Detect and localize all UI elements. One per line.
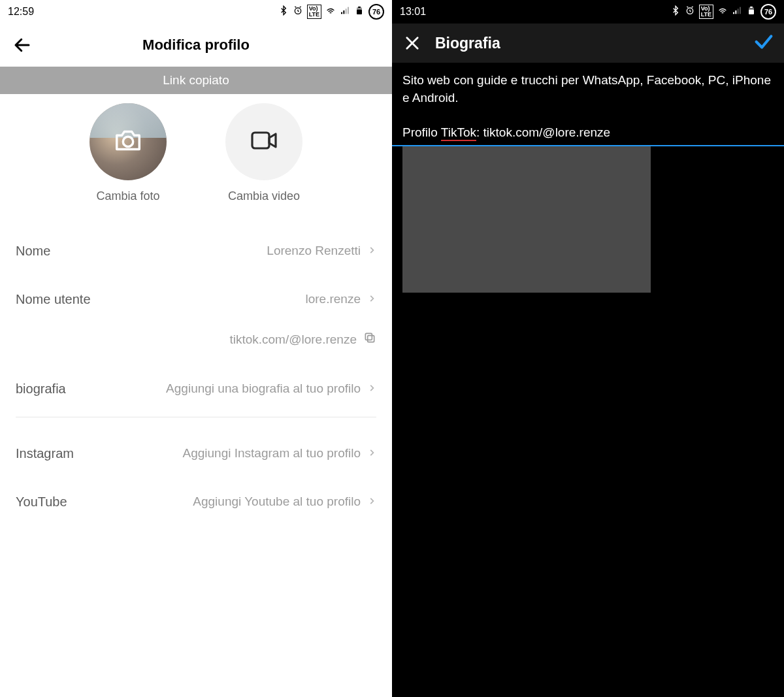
bluetooth-icon: [278, 5, 289, 18]
svg-rect-3: [346, 8, 347, 14]
status-time: 12:59: [8, 6, 34, 18]
bio-textarea[interactable]: Sito web con guide e trucchi per WhatsAp…: [392, 63, 784, 146]
field-name-label: Nome: [16, 244, 50, 259]
svg-rect-7: [358, 7, 361, 8]
svg-rect-15: [738, 8, 739, 14]
chevron-right-icon: [367, 494, 376, 509]
field-bio-label: biografia: [16, 381, 66, 397]
app-bar: Biografia: [392, 24, 784, 63]
chevron-right-icon: [367, 292, 376, 306]
copy-icon[interactable]: [363, 331, 376, 348]
field-username-label: Nome utente: [16, 292, 91, 307]
change-photo-button[interactable]: Cambia foto: [90, 103, 167, 203]
close-button[interactable]: [401, 32, 423, 54]
battery-percent: 76: [368, 4, 384, 20]
svg-rect-10: [368, 336, 374, 342]
volte-icon: Vo)LTE: [307, 5, 321, 19]
profile-link-row[interactable]: tiktok.com/@lore.renze: [16, 323, 376, 365]
status-bar: 13:01 Vo)LTE 76: [392, 0, 784, 24]
svg-rect-1: [341, 12, 342, 14]
toast-link-copied: Link copiato: [0, 67, 392, 94]
svg-rect-2: [343, 10, 344, 14]
page-title: Biografia: [435, 35, 753, 52]
svg-rect-13: [733, 12, 734, 14]
battery-icon: [746, 5, 757, 18]
change-photo-label: Cambia foto: [90, 189, 167, 203]
screen-edit-profile: 12:59 Vo)LTE 76 Modifica profilo: [0, 0, 392, 697]
signal-icon: [340, 5, 350, 18]
wifi-icon: [325, 5, 336, 18]
confirm-button[interactable]: [753, 31, 775, 56]
field-name-value: Lorenzo Renzetti: [267, 244, 361, 258]
field-instagram-placeholder: Aggiungi Instagram al tuo profilo: [183, 446, 361, 461]
bluetooth-icon: [670, 5, 681, 18]
svg-rect-4: [348, 7, 349, 14]
spellcheck-word: TikTok: [441, 125, 476, 141]
wifi-icon: [717, 5, 728, 18]
status-bar: 12:59 Vo)LTE 76: [0, 0, 392, 24]
battery-icon: [354, 5, 365, 18]
status-time: 13:01: [400, 6, 426, 18]
svg-point-8: [123, 137, 133, 146]
change-video-label: Cambia video: [225, 189, 302, 203]
field-username-value: lore.renze: [306, 292, 361, 306]
svg-rect-9: [252, 133, 269, 148]
volte-icon: Vo)LTE: [699, 5, 713, 19]
avatar: [90, 103, 167, 180]
svg-rect-16: [740, 7, 741, 14]
status-icons: Vo)LTE 76: [278, 4, 384, 20]
svg-rect-18: [749, 10, 754, 14]
bio-line2: Profilo TikTok: tiktok.com/@lore.renze: [402, 124, 774, 142]
field-name[interactable]: Nome Lorenzo Renzetti: [16, 227, 376, 275]
back-button[interactable]: [12, 35, 33, 56]
app-bar: Modifica profilo: [0, 24, 392, 67]
chevron-right-icon: [367, 381, 376, 396]
field-youtube-label: YouTube: [16, 494, 67, 510]
page-title: Modifica profilo: [142, 37, 250, 54]
svg-rect-19: [750, 7, 753, 8]
svg-rect-11: [365, 333, 372, 340]
battery-percent: 76: [760, 4, 776, 20]
divider: [16, 417, 376, 417]
video-placeholder: [225, 103, 302, 180]
profile-fields: Nome Lorenzo Renzetti Nome utente lore.r…: [0, 207, 392, 526]
change-video-button[interactable]: Cambia video: [225, 103, 302, 203]
alarm-icon: [293, 5, 303, 18]
chevron-right-icon: [367, 446, 376, 461]
field-youtube-placeholder: Aggiungi Youtube al tuo profilo: [193, 494, 361, 509]
svg-rect-14: [735, 10, 736, 14]
camera-icon: [113, 125, 143, 158]
svg-rect-6: [357, 10, 362, 14]
field-username[interactable]: Nome utente lore.renze: [16, 275, 376, 323]
field-bio[interactable]: biografia Aggiungi una biografia al tuo …: [16, 365, 376, 413]
field-bio-placeholder: Aggiungi una biografia al tuo profilo: [166, 381, 361, 396]
chevron-right-icon: [367, 244, 376, 258]
profile-link-value: tiktok.com/@lore.renze: [229, 332, 357, 347]
field-instagram-label: Instagram: [16, 446, 74, 461]
video-icon: [248, 125, 280, 159]
bio-line1: Sito web con guide e trucchi per WhatsAp…: [402, 72, 774, 106]
alarm-icon: [685, 5, 695, 18]
suggestion-panel: [402, 146, 651, 293]
screen-bio-editor: 13:01 Vo)LTE 76 Biografia: [392, 0, 784, 697]
status-icons: Vo)LTE 76: [670, 4, 776, 20]
signal-icon: [732, 5, 742, 18]
media-row: Cambia foto Cambia video: [0, 94, 392, 207]
field-youtube[interactable]: YouTube Aggiungi Youtube al tuo profilo: [16, 478, 376, 526]
field-instagram[interactable]: Instagram Aggiungi Instagram al tuo prof…: [16, 429, 376, 478]
